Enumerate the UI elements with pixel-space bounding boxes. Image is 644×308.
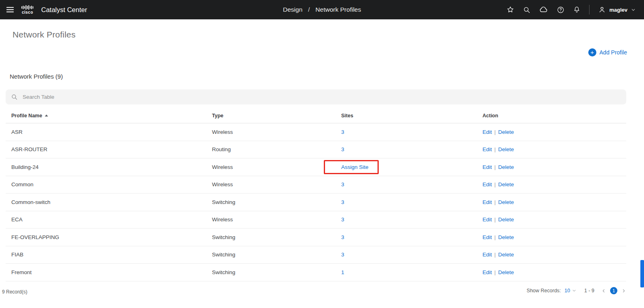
sites-cell: 3 xyxy=(341,234,482,240)
pagination-bar: Show Records: 10 1 - 9 1 xyxy=(527,287,626,294)
menu-icon[interactable] xyxy=(6,5,15,14)
bell-icon[interactable] xyxy=(573,6,581,14)
profile-type-cell: Wireless xyxy=(212,129,341,135)
delete-link[interactable]: Delete xyxy=(498,146,514,152)
action-cell: Edit|Delete xyxy=(482,129,626,135)
action-cell: Edit|Delete xyxy=(482,216,626,223)
action-cell: Edit|Delete xyxy=(482,269,626,275)
delete-link[interactable]: Delete xyxy=(498,252,514,258)
action-separator: | xyxy=(494,269,496,275)
search-icon xyxy=(11,94,18,100)
add-profile-button[interactable]: + Add Profile xyxy=(588,48,627,56)
profile-name-cell: ECA xyxy=(11,216,212,223)
table-row: ECAWireless3Edit|Delete xyxy=(6,211,626,229)
app-title: Catalyst Center xyxy=(41,6,87,14)
profile-type-cell: Wireless xyxy=(212,164,341,170)
delete-link[interactable]: Delete xyxy=(498,269,514,275)
table-row: Common-switchSwitching3Edit|Delete xyxy=(6,194,626,211)
user-menu[interactable]: maglev xyxy=(598,6,636,14)
column-header-action: Action xyxy=(482,113,626,119)
profile-name-cell: ASR xyxy=(11,129,212,135)
profile-name-cell: Common-switch xyxy=(11,199,212,205)
chevron-down-icon xyxy=(572,288,577,293)
action-cell: Edit|Delete xyxy=(482,146,626,152)
sites-link[interactable]: 3 xyxy=(341,252,344,258)
sites-link[interactable]: 3 xyxy=(341,234,344,240)
delete-link[interactable]: Delete xyxy=(498,199,514,205)
sites-link[interactable]: 3 xyxy=(341,129,344,135)
records-count: 9 Record(s) xyxy=(2,289,27,295)
table-body: ASRWireless3Edit|DeleteASR-ROUTERRouting… xyxy=(6,123,626,281)
action-separator: | xyxy=(494,199,496,205)
sites-cell: 3 xyxy=(341,199,482,205)
delete-link[interactable]: Delete xyxy=(498,129,514,135)
sites-link[interactable]: 3 xyxy=(341,146,344,152)
sites-cell: 3 xyxy=(341,146,482,152)
action-cell: Edit|Delete xyxy=(482,181,626,187)
vertical-scrollbar-thumb[interactable] xyxy=(640,260,644,287)
table-row: CommonWireless3Edit|Delete xyxy=(6,176,626,194)
edit-link[interactable]: Edit xyxy=(482,199,492,205)
delete-link[interactable]: Delete xyxy=(498,216,514,223)
help-icon[interactable] xyxy=(557,6,564,14)
sites-cell: 1 xyxy=(341,269,482,275)
edit-link[interactable]: Edit xyxy=(482,146,492,152)
column-header-type: Type xyxy=(212,113,341,119)
action-cell: Edit|Delete xyxy=(482,234,626,240)
action-separator: | xyxy=(494,181,496,187)
sites-link[interactable]: Assign Site xyxy=(341,164,369,170)
cisco-logo: cisco xyxy=(21,5,34,15)
edit-link[interactable]: Edit xyxy=(482,216,492,223)
breadcrumb-design[interactable]: Design xyxy=(283,6,302,13)
edit-link[interactable]: Edit xyxy=(482,181,492,187)
column-header-profile-name[interactable]: Profile Name xyxy=(11,113,212,119)
sites-link[interactable]: 1 xyxy=(341,269,344,275)
table-row: FremontSwitching1Edit|Delete xyxy=(6,264,626,281)
show-records-dropdown[interactable]: 10 xyxy=(564,288,577,293)
profile-type-cell: Switching xyxy=(212,199,341,205)
top-header: cisco Catalyst Center Design / Network P… xyxy=(0,0,644,19)
sites-cell: Assign Site xyxy=(341,160,482,174)
sites-cell: 3 xyxy=(341,216,482,223)
action-cell: Edit|Delete xyxy=(482,199,626,205)
edit-link[interactable]: Edit xyxy=(482,269,492,275)
profile-name-cell: Fremont xyxy=(11,269,212,275)
star-icon[interactable] xyxy=(506,6,514,14)
profile-type-cell: Switching xyxy=(212,269,341,275)
table-row: Building-24WirelessAssign SiteEdit|Delet… xyxy=(6,158,626,176)
cisco-logo-text: cisco xyxy=(22,10,33,15)
page-range: 1 - 9 xyxy=(584,288,594,293)
profile-name-cell: Common xyxy=(11,181,212,187)
profile-type-cell: Routing xyxy=(212,146,341,152)
breadcrumb: Design / Network Profiles xyxy=(283,0,361,19)
action-cell: Edit|Delete xyxy=(482,164,626,170)
breadcrumb-current: Network Profiles xyxy=(315,6,361,13)
profile-name-cell: FE-OVERLAPPING xyxy=(11,234,212,240)
section-heading: Network Profiles (9) xyxy=(10,73,63,80)
column-header-sites: Sites xyxy=(341,113,482,119)
sites-link[interactable]: 3 xyxy=(341,181,344,187)
edit-link[interactable]: Edit xyxy=(482,164,492,170)
cisco-logo-bars xyxy=(21,5,34,10)
sites-link[interactable]: 3 xyxy=(341,199,344,205)
profile-type-cell: Switching xyxy=(212,252,341,258)
profile-name-cell: Building-24 xyxy=(11,164,212,170)
profile-name-cell: FIAB xyxy=(11,252,212,258)
add-profile-label: Add Profile xyxy=(600,49,627,56)
edit-link[interactable]: Edit xyxy=(482,129,492,135)
delete-link[interactable]: Delete xyxy=(498,181,514,187)
sites-link[interactable]: 3 xyxy=(341,216,344,223)
search-icon[interactable] xyxy=(523,6,531,14)
page-number-button[interactable]: 1 xyxy=(610,287,617,294)
profile-type-cell: Wireless xyxy=(212,216,341,223)
next-page-button[interactable] xyxy=(621,288,626,293)
edit-link[interactable]: Edit xyxy=(482,252,492,258)
previous-page-button[interactable] xyxy=(601,288,606,293)
search-input[interactable] xyxy=(22,94,621,100)
header-divider xyxy=(589,5,589,15)
delete-link[interactable]: Delete xyxy=(498,164,514,170)
delete-link[interactable]: Delete xyxy=(498,234,514,240)
cloud-icon[interactable] xyxy=(539,5,548,15)
edit-link[interactable]: Edit xyxy=(482,234,492,240)
table-search-bar xyxy=(6,89,626,104)
